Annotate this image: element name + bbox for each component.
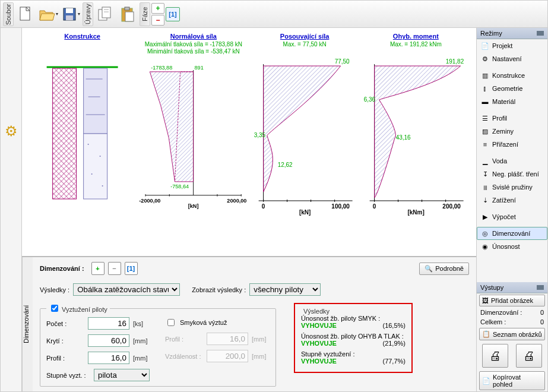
sidebar-item-geometrie[interactable]: ⫿Geometrie (477, 82, 547, 95)
new-file-button[interactable] (15, 2, 36, 26)
detail-button[interactable]: 🔍Podrobně (419, 263, 469, 275)
res-smyk-label: Únosnost žb. piloty SMYK : (301, 315, 406, 322)
plot-sub: Max. = 77,50 kN (283, 41, 327, 55)
sidebar-item-label: Nastavení (492, 55, 522, 62)
paste-button[interactable] (117, 2, 138, 26)
sidebar: Režimy 📄Projekt⚙Nastavení▥Konstrukce⫿Geo… (476, 28, 547, 391)
group-soubor: Soubor (3, 2, 14, 26)
minimize-icon[interactable] (537, 285, 544, 290)
gear-icon[interactable]: ⚙ (5, 123, 18, 140)
plot-moment: Ohyb. moment Max. = 191,82 kNm 191,82 6,… (362, 33, 470, 216)
sidebar-item-profil[interactable]: ☰Profil (477, 112, 547, 125)
sidebar-item-label: Konstrukce (492, 72, 525, 79)
add-picture-button[interactable]: 🖼Přidat obrázek (479, 295, 545, 306)
sidebar-icon: ⫿ (481, 84, 489, 93)
plot-shear: Posouvající síla Max. = 77,50 kN 77,50 3… (251, 33, 359, 216)
profile-input[interactable] (88, 352, 129, 364)
sidebar-icon: ▥ (481, 71, 489, 80)
count-input[interactable] (88, 317, 129, 330)
sidebar-item-label: Svislé pružiny (492, 184, 533, 191)
shear-reinf-label: Smyková výztuž (180, 319, 227, 326)
sidebar-item-label: Zatížení (492, 197, 516, 204)
sidebar-item-neg-pl-t-en-[interactable]: ↧Neg. plášť. tření (477, 167, 547, 181)
sidebar-item-materi-l[interactable]: ▬Materiál (477, 95, 547, 108)
phase-remove-button[interactable]: − (151, 15, 164, 26)
printer-pdf-icon: 🖨 (523, 349, 535, 363)
copy-button[interactable] (94, 2, 116, 26)
bottom-panel: Dimenzování Dimenzování : + − [1] 🔍Podro… (22, 256, 476, 391)
dim-phase-button[interactable]: [1] (125, 262, 138, 275)
group-faze: Fáze (140, 2, 150, 26)
open-file-button[interactable]: ▾ (37, 2, 59, 26)
minimize-icon[interactable] (537, 31, 544, 36)
svg-rect-9 (125, 7, 129, 10)
copy-view-button[interactable]: 📄Kopírovat pohled (479, 371, 545, 390)
plot-title: Konstrukce (64, 33, 100, 40)
plot-title: Normálová síla (170, 33, 217, 40)
sidebar-item-v-po-et[interactable]: ▶Výpočet (477, 210, 547, 223)
distance-label: Vzdálenost : (165, 353, 203, 360)
res-ohyb-pct: (21,9%) (382, 340, 406, 347)
dim-add-button[interactable]: + (91, 262, 104, 275)
sidebar-item-p-i-azen-[interactable]: ≡Přiřazení (477, 138, 547, 151)
plot-title: Ohyb. moment (393, 33, 439, 40)
svg-text:100,00: 100,00 (331, 203, 350, 210)
res-smyk-pct: (16,5%) (382, 322, 406, 329)
print-pdf-button[interactable]: 🖨 (516, 344, 542, 368)
reinforce-checkbox[interactable] (51, 305, 58, 312)
chevron-down-icon: ▾ (55, 11, 58, 17)
svg-text:3,35: 3,35 (254, 132, 265, 138)
sidebar-item-label: Geometrie (492, 85, 522, 92)
svg-text:-1783,88: -1783,88 (151, 65, 172, 71)
svg-rect-2 (66, 8, 73, 13)
dim-remove-button[interactable]: − (108, 262, 121, 275)
sidebar-item--nosnost[interactable]: ◉Únosnost (477, 240, 547, 253)
sidebar-item-voda[interactable]: ▁Voda (477, 154, 547, 167)
shear-reinf-checkbox[interactable] (167, 319, 175, 326)
cover-input[interactable] (88, 334, 129, 347)
sidebar-icon: ▶ (481, 213, 489, 221)
sidebar-item-zat-en-[interactable]: ⇣Zatížení (477, 194, 547, 207)
sidebar-icon: ▨ (481, 127, 489, 135)
degree-label: Stupně vyzt. : (46, 372, 90, 379)
sidebar-item-dimenzov-n-[interactable]: ◎Dimenzování (477, 227, 547, 240)
sidebar-item-zeminy[interactable]: ▨Zeminy (477, 125, 547, 138)
svg-text:[kNm]: [kNm] (407, 209, 424, 216)
svg-text:77,50: 77,50 (334, 58, 349, 65)
svg-text:200,00: 200,00 (442, 203, 461, 210)
sidebar-item-konstrukce[interactable]: ▥Konstrukce (477, 69, 547, 82)
phase-1-button[interactable]: [1] (166, 7, 180, 21)
sidebar-icon: ⇣ (481, 196, 489, 204)
sidebar-item-label: Únosnost (492, 243, 520, 250)
copy-icon: 📄 (482, 377, 490, 385)
picture-list-button[interactable]: 📋Seznam obrázků (479, 328, 545, 340)
svg-text:191,82: 191,82 (445, 58, 464, 65)
results-select[interactable]: Obálka zatěžovacích stavů (73, 283, 180, 296)
add-picture-icon: 🖼 (482, 297, 489, 304)
sidebar-item-nastaven-[interactable]: ⚙Nastavení (477, 52, 547, 65)
svg-rect-3 (66, 15, 73, 20)
sidebar-item-svisl-pru-iny[interactable]: ⫼Svislé pružiny (477, 181, 547, 194)
show-results-select[interactable]: všechny piloty (249, 283, 321, 296)
svg-point-23 (100, 156, 101, 157)
svg-text:[kN]: [kN] (188, 203, 199, 209)
sidebar-item-projekt[interactable]: 📄Projekt (477, 39, 547, 52)
sidebar-header-modes: Režimy (477, 28, 547, 39)
chevron-down-icon: ▾ (77, 11, 80, 17)
sidebar-icon: ⫼ (481, 183, 489, 191)
stat-dim-value: 0 (540, 309, 544, 316)
count-label: Počet : (46, 320, 84, 327)
degree-select[interactable]: pilota (94, 369, 150, 381)
res-ohyb-label: Únosnost žb. piloty OHYB A TLAK : (301, 333, 406, 340)
phase-add-button[interactable]: + (151, 3, 164, 14)
svg-text:12,62: 12,62 (277, 162, 292, 168)
print-button[interactable]: 🖨 (482, 344, 508, 368)
left-rail: ⚙ (1, 28, 22, 391)
sidebar-item-label: Dimenzování (492, 230, 530, 237)
sidebar-item-label: Výpočet (492, 213, 516, 220)
profile-label: Profil : (46, 355, 84, 362)
group-upravy: Úpravy (83, 2, 93, 26)
save-file-button[interactable]: ▾ (60, 2, 81, 26)
svg-point-24 (91, 173, 93, 175)
sidebar-header-outputs: Výstupy (477, 282, 547, 293)
